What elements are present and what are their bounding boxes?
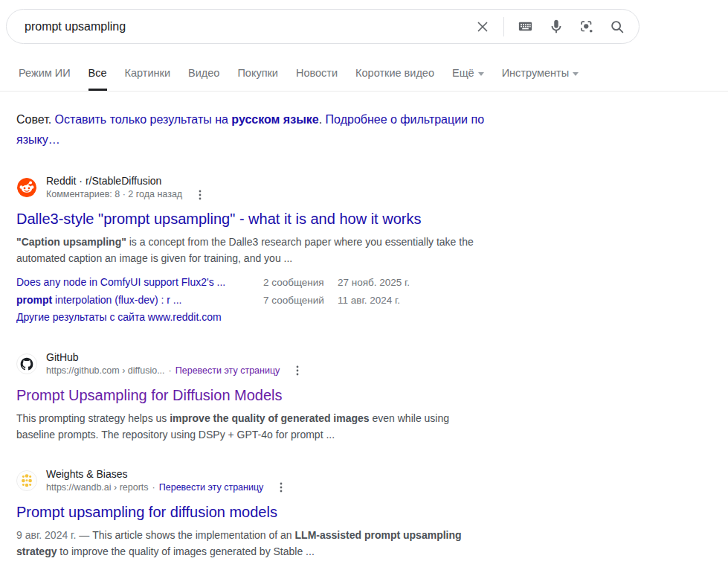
tab-videos[interactable]: Видео [188, 67, 219, 91]
tab-short-videos[interactable]: Короткие видео [355, 67, 434, 91]
wandb-favicon [16, 470, 37, 491]
tab-label: Режим ИИ [19, 67, 71, 79]
reddit-favicon [16, 177, 37, 198]
result-reddit: Reddit · r/StableDiffusion Комментариев:… [16, 174, 503, 326]
sublink-row: Другие результаты с сайта www.reddit.com [16, 309, 503, 326]
search-icon[interactable] [609, 19, 625, 35]
result-breadcrumb: https://github.com › diffusio... [46, 365, 165, 377]
result-title[interactable]: Dalle3-style "prompt upsampling" - what … [16, 209, 421, 228]
result-wandb: Weights & Biases https://wandb.ai › repo… [16, 467, 503, 570]
tab-label: Видео [188, 67, 219, 79]
result-header: GitHub https://github.com › diffusio... … [16, 350, 503, 377]
sublink-date: 27 нояб. 2025 г. [338, 275, 410, 292]
result-meta: Комментариев: 8 · 2 года назад [46, 188, 182, 201]
result-github: GitHub https://github.com › diffusio... … [16, 350, 503, 443]
tab-label: Новости [296, 67, 338, 79]
sublink-date: 11 авг. 2024 г. [338, 292, 400, 310]
tip-link-text: Оставить только результаты на [55, 113, 232, 126]
result-source[interactable]: Weights & Biases [46, 467, 286, 481]
github-favicon [16, 353, 37, 374]
tip-separator: . [319, 113, 326, 126]
snippet-text: to improve the quality of images generat… [57, 545, 314, 557]
tabs-divider [0, 91, 728, 92]
breadcrumb-separator: · [169, 365, 172, 377]
sublink[interactable]: prompt interpolation (flux-dev) : r ... [16, 292, 263, 309]
lens-icon[interactable] [579, 19, 595, 35]
result-source[interactable]: Reddit · r/StableDiffusion [46, 174, 205, 188]
searchbar-divider [503, 17, 504, 36]
search-tabs: Режим ИИ Все Картинки Видео Покупки Ново… [19, 67, 579, 91]
search-bar [6, 9, 640, 44]
sublink[interactable]: Does any node in ComfyUI support Flux2's… [16, 274, 263, 291]
chevron-down-icon [573, 72, 579, 76]
result-source[interactable]: GitHub [46, 350, 303, 365]
snippet-text: This prompting strategy helps us [16, 412, 170, 424]
tab-all[interactable]: Все [88, 67, 107, 91]
mic-icon[interactable] [548, 19, 564, 35]
tab-label: Инструменты [502, 67, 569, 79]
tab-ai-mode[interactable]: Режим ИИ [19, 67, 71, 91]
kebab-menu-icon[interactable] [292, 365, 303, 377]
search-results: Совет. Оставить только результаты на рус… [16, 109, 503, 570]
result-snippet: 9 авг. 2024 г. — This article shows the … [16, 527, 481, 560]
tab-label: Все [88, 67, 107, 79]
tab-shopping[interactable]: Покупки [237, 67, 278, 91]
breadcrumb-separator: · [152, 481, 155, 494]
clear-icon[interactable] [474, 19, 491, 35]
reddit-sublinks: Does any node in ComfyUI support Flux2's… [16, 274, 503, 326]
result-snippet: This prompting strategy helps us improve… [16, 410, 481, 443]
translate-link[interactable]: Перевести эту страницу [175, 365, 280, 377]
tab-label: Покупки [237, 67, 278, 79]
tab-label: Короткие видео [355, 67, 434, 79]
tab-label: Картинки [125, 67, 170, 79]
tab-news[interactable]: Новости [296, 67, 338, 91]
kebab-menu-icon[interactable] [276, 481, 286, 493]
keyboard-icon[interactable] [517, 18, 534, 35]
result-title[interactable]: Prompt Upsampling for Diffusion Models [16, 385, 283, 405]
result-snippet: "Caption upsampling" is a concept from t… [16, 234, 481, 266]
tip-filter-link[interactable]: Оставить только результаты на русском яз… [55, 113, 319, 126]
snippet-text: — This article shows the implementation … [76, 529, 294, 541]
translate-link[interactable]: Перевести эту страницу [159, 481, 264, 494]
tab-tools[interactable]: Инструменты [502, 67, 579, 91]
sublink-more-results[interactable]: Другие результаты с сайта www.reddit.com [16, 309, 263, 326]
search-input[interactable] [23, 19, 474, 34]
sublink-post-count: 2 сообщения [263, 275, 338, 292]
sublink-post-count: 7 сообщений [263, 292, 338, 310]
kebab-menu-icon[interactable] [195, 189, 205, 201]
snippet-bold: "Caption upsampling" [16, 236, 126, 248]
result-title[interactable]: Prompt upsampling for diffusion models [16, 502, 277, 522]
snippet-date: 9 авг. 2024 г. [16, 529, 76, 541]
tip-link-bold: русском языке [231, 113, 318, 126]
chevron-down-icon [478, 72, 484, 76]
tab-images[interactable]: Картинки [125, 67, 170, 91]
result-breadcrumb: https://wandb.ai › reports [46, 481, 149, 494]
tab-more[interactable]: Ещё [452, 67, 484, 91]
snippet-bold: improve the quality of generated images [170, 412, 369, 424]
result-header: Reddit · r/StableDiffusion Комментариев:… [16, 174, 503, 201]
sublink-row: Does any node in ComfyUI support Flux2's… [16, 274, 503, 292]
tip-prefix: Совет. [16, 113, 55, 126]
sublink-row: prompt interpolation (flux-dev) : r ... … [16, 292, 503, 310]
result-header: Weights & Biases https://wandb.ai › repo… [16, 467, 503, 494]
language-tip: Совет. Оставить только результаты на рус… [16, 109, 496, 150]
tab-label: Ещё [452, 67, 474, 79]
